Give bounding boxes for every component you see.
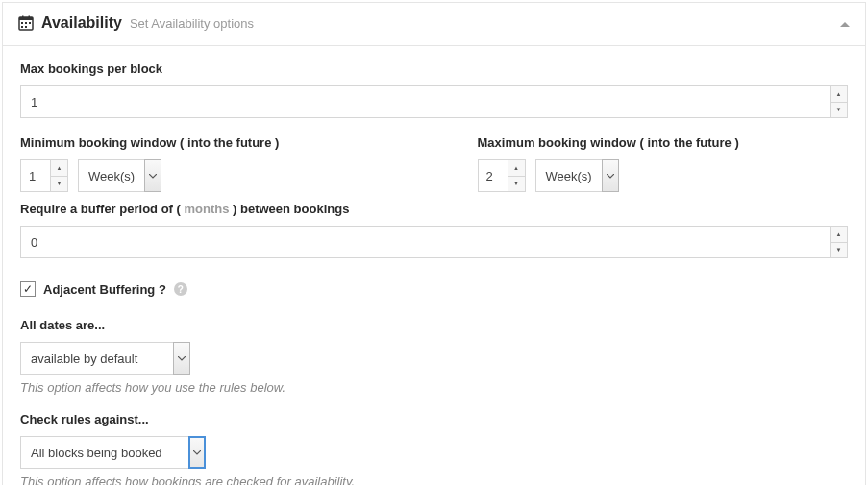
panel-subtitle: Set Availability options bbox=[130, 16, 254, 31]
spinner-down[interactable]: ▼ bbox=[831, 243, 847, 258]
chevron-down-icon bbox=[607, 174, 614, 179]
max-bookings-label: Max bookings per block bbox=[20, 61, 848, 76]
chevron-down-icon bbox=[178, 356, 186, 361]
panel-body: Max bookings per block ▲ ▼ Minimum booki… bbox=[3, 45, 865, 485]
spinner-down[interactable]: ▼ bbox=[51, 177, 67, 192]
buffer-period-input[interactable] bbox=[20, 226, 848, 258]
spinner-control: ▲ ▼ bbox=[830, 86, 847, 117]
all-dates-select[interactable]: available by default bbox=[20, 342, 174, 375]
check-rules-select[interactable]: All blocks being booked bbox=[20, 436, 189, 469]
max-window-label: Maximum booking window ( into the future… bbox=[478, 135, 849, 150]
buffer-label-pre: Require a buffer period of ( bbox=[20, 202, 181, 216]
spinner-up[interactable]: ▲ bbox=[51, 160, 67, 177]
panel-title: Availability bbox=[41, 14, 122, 32]
check-rules-label: Check rules against... bbox=[20, 412, 848, 426]
svg-rect-6 bbox=[29, 22, 31, 24]
svg-rect-5 bbox=[25, 22, 27, 24]
spinner-up[interactable]: ▲ bbox=[831, 227, 847, 243]
spinner-control: ▲ ▼ bbox=[50, 160, 67, 191]
all-dates-label: All dates are... bbox=[20, 318, 848, 332]
dropdown-button[interactable] bbox=[144, 159, 161, 192]
adjacent-buffering-checkbox[interactable]: ✓ bbox=[20, 281, 36, 297]
check-rules-hint: This option affects how bookings are che… bbox=[20, 474, 848, 485]
min-window-label: Minimum booking window ( into the future… bbox=[20, 135, 391, 150]
check-icon: ✓ bbox=[23, 283, 33, 295]
buffer-label-post: ) between bookings bbox=[233, 202, 349, 216]
svg-rect-3 bbox=[29, 16, 31, 19]
spinner-down[interactable]: ▼ bbox=[508, 177, 525, 192]
buffer-period-label: Require a buffer period of ( months ) be… bbox=[20, 202, 848, 216]
help-icon[interactable]: ? bbox=[174, 282, 187, 296]
chevron-down-icon bbox=[149, 174, 157, 179]
spinner-down[interactable]: ▼ bbox=[831, 103, 847, 118]
svg-rect-8 bbox=[25, 26, 27, 28]
min-window-unit-select[interactable]: Week(s) bbox=[78, 159, 145, 192]
spinner-control: ▲ ▼ bbox=[830, 227, 847, 257]
all-dates-hint: This option affects how you use the rule… bbox=[20, 380, 848, 395]
buffer-label-unit: months bbox=[184, 202, 229, 216]
svg-rect-7 bbox=[21, 26, 23, 28]
availability-panel: Availability Set Availability options Ma… bbox=[2, 2, 866, 485]
spinner-up[interactable]: ▲ bbox=[831, 86, 847, 103]
max-bookings-input[interactable] bbox=[20, 85, 848, 118]
svg-rect-2 bbox=[22, 16, 24, 19]
adjacent-buffering-label: Adjacent Buffering ? bbox=[43, 282, 166, 297]
spinner-up[interactable]: ▲ bbox=[508, 160, 525, 177]
spinner-control: ▲ ▼ bbox=[508, 160, 525, 191]
dropdown-button[interactable] bbox=[188, 436, 206, 469]
max-window-unit-select[interactable]: Week(s) bbox=[535, 159, 603, 192]
collapse-toggle[interactable] bbox=[840, 16, 850, 31]
calendar-icon bbox=[18, 15, 34, 31]
dropdown-button[interactable] bbox=[602, 159, 619, 192]
panel-header: Availability Set Availability options bbox=[3, 3, 865, 45]
svg-rect-1 bbox=[19, 17, 33, 20]
chevron-down-icon bbox=[193, 450, 201, 455]
dropdown-button[interactable] bbox=[173, 342, 190, 375]
svg-rect-4 bbox=[21, 22, 23, 24]
chevron-up-icon bbox=[840, 21, 850, 28]
